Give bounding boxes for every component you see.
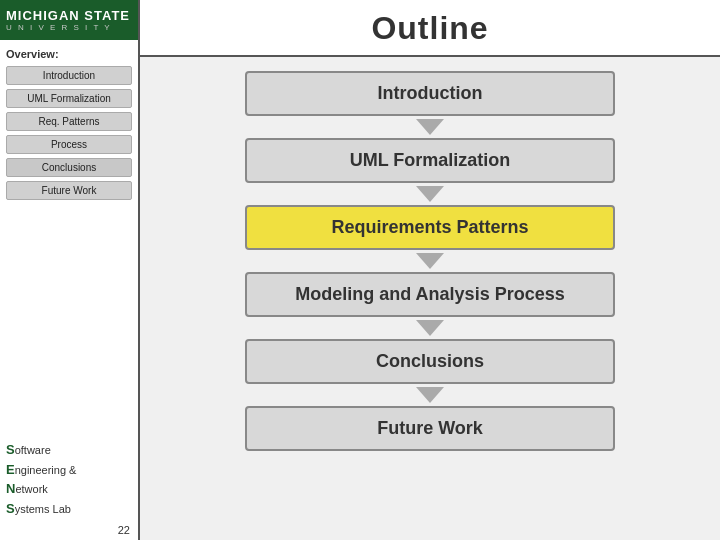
overview-label: Overview: (0, 40, 138, 64)
sens-n-word: etwork (15, 483, 47, 495)
flow-introduction[interactable]: Introduction (245, 71, 615, 116)
sens-s2: S (6, 501, 15, 516)
page-number: 22 (0, 522, 138, 540)
flow-modeling-process[interactable]: Modeling and Analysis Process (245, 272, 615, 317)
arrow-2 (416, 186, 444, 202)
sens-n: N (6, 481, 15, 496)
flow-uml-formalization[interactable]: UML Formalization (245, 138, 615, 183)
page-title: Outline (371, 10, 488, 46)
flow-requirements-patterns[interactable]: Requirements Patterns (245, 205, 615, 250)
title-bar: Outline (140, 0, 720, 57)
sens-s-word: oftware (15, 444, 51, 456)
nav-future-work[interactable]: Future Work (6, 181, 132, 200)
sens-e-word: ngineering & (15, 464, 77, 476)
arrow-1 (416, 119, 444, 135)
nav-conclusions[interactable]: Conclusions (6, 158, 132, 177)
nav-introduction[interactable]: Introduction (6, 66, 132, 85)
logo-university: U N I V E R S I T Y (6, 23, 112, 32)
sens-label: Software Engineering & Network Systems L… (0, 432, 138, 522)
logo-area: MICHIGAN STATE U N I V E R S I T Y (0, 0, 138, 40)
nav-process[interactable]: Process (6, 135, 132, 154)
main-content: Outline Introduction UML Formalization R… (140, 0, 720, 540)
sens-s2-word: ystems Lab (15, 503, 71, 515)
sidebar: MICHIGAN STATE U N I V E R S I T Y Overv… (0, 0, 140, 540)
arrow-3 (416, 253, 444, 269)
flow-conclusions[interactable]: Conclusions (245, 339, 615, 384)
flow-area: Introduction UML Formalization Requireme… (140, 57, 720, 540)
sens-e: E (6, 462, 15, 477)
arrow-4 (416, 320, 444, 336)
logo-msu: MICHIGAN STATE (6, 8, 130, 23)
sens-s: S (6, 442, 15, 457)
arrow-5 (416, 387, 444, 403)
flow-future-work[interactable]: Future Work (245, 406, 615, 451)
nav-req-patterns[interactable]: Req. Patterns (6, 112, 132, 131)
nav-uml-formalization[interactable]: UML Formalization (6, 89, 132, 108)
